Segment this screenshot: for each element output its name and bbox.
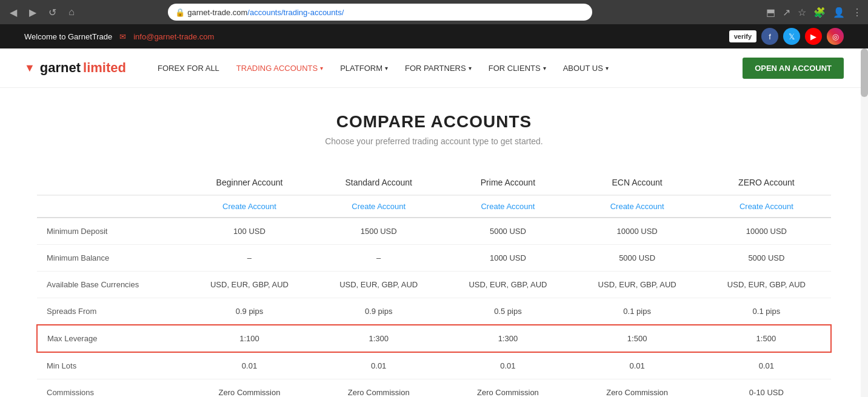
url-bar[interactable]: 🔒 garnet-trade.com /accounts/trading-acc… — [168, 4, 592, 21]
create-account-link-zero[interactable]: Create Account — [739, 202, 793, 211]
url-secure: 🔒 — [175, 8, 185, 17]
twitter-icon[interactable]: 𝕏 — [783, 28, 800, 45]
row-label-spreads: Spreads From — [37, 298, 185, 325]
nav-forex-for-all[interactable]: FOREX FOR ALL — [150, 59, 227, 78]
cell-min-balance-prime: 1000 USD — [443, 245, 572, 272]
col-header-standard: Standard Account — [314, 170, 443, 195]
menu-icon[interactable]: ⋮ — [852, 7, 862, 18]
col-header-label — [37, 170, 185, 195]
cell-currencies-prime: USD, EUR, GBP, AUD — [443, 272, 572, 298]
instagram-icon[interactable]: ◎ — [827, 28, 844, 45]
cell-spreads-ecn: 0.1 pips — [573, 298, 702, 325]
profile-icon[interactable]: 👤 — [833, 7, 845, 18]
cell-min-deposit-zero: 10000 USD — [702, 218, 831, 245]
create-account-zero[interactable]: Create Account — [702, 195, 831, 218]
table-row: Commissions Zero Commission Zero Commiss… — [37, 379, 831, 398]
cell-leverage-beginner: 1:100 — [185, 325, 314, 352]
logo-icon: ▼ — [24, 62, 35, 75]
cell-min-balance-ecn: 5000 USD — [573, 245, 702, 272]
cell-min-balance-beginner: – — [185, 245, 314, 272]
table-row-leverage: Max Leverage 1:100 1:300 1:300 1:500 1:5… — [37, 325, 831, 352]
create-account-standard[interactable]: Create Account — [314, 195, 443, 218]
compare-table: Beginner Account Standard Account Prime … — [36, 170, 832, 397]
nav-trading-accounts[interactable]: TRADING ACCOUNTS ▾ — [229, 59, 330, 78]
youtube-icon[interactable]: ▶ — [805, 28, 822, 45]
browser-chrome: ◀ ▶ ↺ ⌂ 🔒 garnet-trade.com /accounts/tra… — [0, 0, 868, 24]
cell-spreads-beginner: 0.9 pips — [185, 298, 314, 325]
row-label-currencies: Available Base Currencies — [37, 272, 185, 298]
verify-button[interactable]: verify — [729, 30, 756, 42]
email-icon: ✉ — [119, 32, 126, 41]
row-label-min-deposit: Minimum Deposit — [37, 218, 185, 245]
home-button[interactable]: ⌂ — [64, 7, 79, 18]
url-path: /accounts/trading-accounts/ — [247, 8, 344, 17]
cell-commissions-ecn: Zero Commission — [573, 379, 702, 398]
nav-platform[interactable]: PLATFORM ▾ — [333, 59, 395, 78]
create-account-beginner[interactable]: Create Account — [185, 195, 314, 218]
table-row: Minimum Deposit 100 USD 1500 USD 5000 US… — [37, 218, 831, 245]
table-row: Min Lots 0.01 0.01 0.01 0.01 0.01 — [37, 352, 831, 379]
cell-commissions-zero: 0-10 USD — [702, 379, 831, 398]
cell-min-deposit-ecn: 10000 USD — [573, 218, 702, 245]
cell-min-deposit-beginner: 100 USD — [185, 218, 314, 245]
chevron-down-icon: ▾ — [469, 65, 472, 72]
nav-for-partners[interactable]: FOR PARTNERS ▾ — [398, 59, 479, 78]
cell-min-lots-prime: 0.01 — [443, 352, 572, 379]
top-bar-right: verify f 𝕏 ▶ ◎ — [729, 28, 844, 45]
chevron-down-icon: ▾ — [385, 65, 388, 72]
open-account-button[interactable]: OPEN AN ACCOUNT — [743, 58, 844, 79]
top-bar: Welcome to GarnetTrade ✉ info@garnet-tra… — [0, 24, 868, 48]
page-subtitle: Choose your preferred trading account ty… — [36, 136, 832, 146]
nav-for-clients[interactable]: FOR CLIENTS ▾ — [481, 59, 553, 78]
cell-min-lots-standard: 0.01 — [314, 352, 443, 379]
chevron-down-icon: ▾ — [606, 65, 609, 72]
cell-min-lots-beginner: 0.01 — [185, 352, 314, 379]
logo: ▼ garnet limited — [24, 60, 126, 76]
cell-min-deposit-standard: 1500 USD — [314, 218, 443, 245]
refresh-button[interactable]: ↺ — [45, 7, 59, 18]
table-header-row: Beginner Account Standard Account Prime … — [37, 170, 831, 195]
create-account-ecn[interactable]: Create Account — [573, 195, 702, 218]
create-account-link-beginner[interactable]: Create Account — [222, 202, 276, 211]
cell-leverage-prime: 1:300 — [443, 325, 572, 352]
back-button[interactable]: ◀ — [6, 7, 21, 18]
row-label-min-lots: Min Lots — [37, 352, 185, 379]
cell-commissions-standard: Zero Commission — [314, 379, 443, 398]
row-label-min-balance: Minimum Balance — [37, 245, 185, 272]
cell-commissions-prime: Zero Commission — [443, 379, 572, 398]
cell-currencies-beginner: USD, EUR, GBP, AUD — [185, 272, 314, 298]
scrollbar-thumb[interactable] — [861, 48, 868, 97]
table-row: Minimum Balance – – 1000 USD 5000 USD 50… — [37, 245, 831, 272]
col-header-beginner: Beginner Account — [185, 170, 314, 195]
table-row: Available Base Currencies USD, EUR, GBP,… — [37, 272, 831, 298]
create-account-link-ecn[interactable]: Create Account — [610, 202, 664, 211]
cell-min-lots-zero: 0.01 — [702, 352, 831, 379]
cast-icon[interactable]: ⬒ — [766, 7, 775, 18]
cell-spreads-zero: 0.1 pips — [702, 298, 831, 325]
forward-button[interactable]: ▶ — [25, 7, 40, 18]
cell-min-balance-zero: 5000 USD — [702, 245, 831, 272]
bookmark-icon[interactable]: ☆ — [798, 7, 806, 18]
facebook-icon[interactable]: f — [761, 28, 778, 45]
cell-commissions-beginner: Zero Commission — [185, 379, 314, 398]
create-account-row: Create Account Create Account Create Acc… — [37, 195, 831, 218]
cell-currencies-zero: USD, EUR, GBP, AUD — [702, 272, 831, 298]
share-icon[interactable]: ↗ — [783, 7, 790, 18]
scrollbar-track[interactable] — [861, 48, 868, 397]
nav-about-us[interactable]: ABOUT US ▾ — [556, 59, 616, 78]
logo-garnet: garnet — [40, 60, 81, 76]
col-header-prime: Prime Account — [443, 170, 572, 195]
row-label-leverage: Max Leverage — [37, 325, 185, 352]
chevron-down-icon: ▾ — [320, 65, 323, 72]
create-account-link-standard[interactable]: Create Account — [352, 202, 406, 211]
table-row: Spreads From 0.9 pips 0.9 pips 0.5 pips … — [37, 298, 831, 325]
chevron-down-icon: ▾ — [543, 65, 546, 72]
create-account-prime[interactable]: Create Account — [443, 195, 572, 218]
extensions-icon[interactable]: 🧩 — [813, 7, 826, 18]
cell-currencies-ecn: USD, EUR, GBP, AUD — [573, 272, 702, 298]
create-account-link-prime[interactable]: Create Account — [481, 202, 535, 211]
cell-min-deposit-prime: 5000 USD — [443, 218, 572, 245]
main-content: COMPARE ACCOUNTS Choose your preferred t… — [0, 88, 868, 397]
top-bar-left: Welcome to GarnetTrade ✉ info@garnet-tra… — [24, 32, 214, 41]
cell-leverage-ecn: 1:500 — [573, 325, 702, 352]
